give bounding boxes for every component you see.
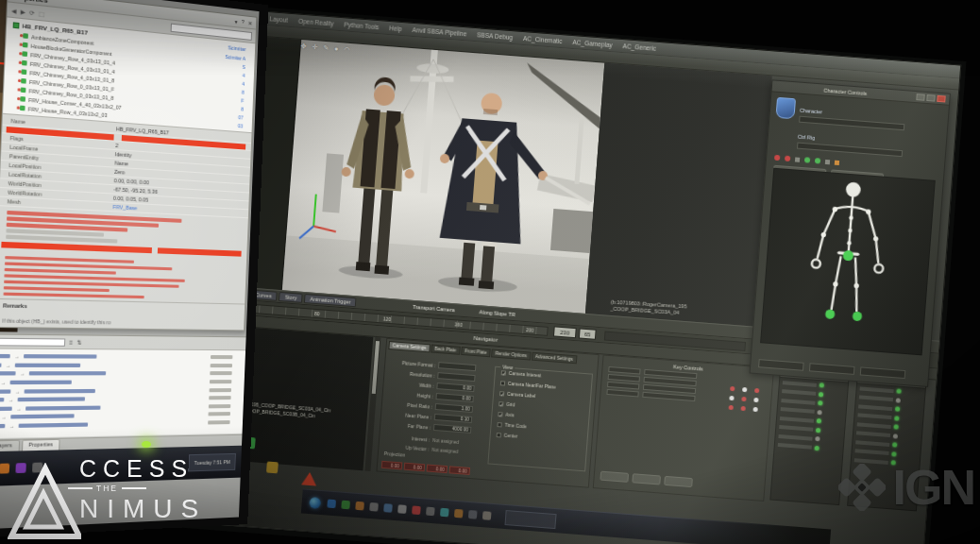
menu-item[interactable]: AC_Cinematic bbox=[523, 35, 563, 44]
camera-settings-tab[interactable]: Back Plate bbox=[431, 344, 461, 354]
red-state-icon[interactable] bbox=[785, 156, 790, 162]
take-name-label[interactable]: Along Slope TR bbox=[479, 309, 515, 317]
checkbox[interactable] bbox=[500, 381, 505, 385]
char-field[interactable] bbox=[809, 363, 855, 375]
camera-settings-tab[interactable]: Advanced Settings bbox=[532, 352, 578, 365]
menu-item[interactable]: Layout bbox=[269, 15, 288, 23]
menu-item[interactable]: AC_Gameplay bbox=[572, 39, 613, 48]
mapping-row[interactable]: → bbox=[0, 361, 245, 369]
menu-item[interactable]: SBSA Debug bbox=[477, 31, 513, 41]
group-state-dot[interactable] bbox=[815, 436, 819, 441]
right-foot-effector[interactable] bbox=[853, 312, 863, 322]
menu-item[interactable]: Help bbox=[389, 25, 402, 32]
checkbox[interactable] bbox=[499, 391, 504, 396]
taskbar-app-icon[interactable] bbox=[369, 502, 379, 512]
taskbar-app-icon[interactable] bbox=[397, 504, 407, 514]
group-state-dot[interactable] bbox=[894, 416, 899, 420]
sort-icon[interactable]: ⇅ bbox=[76, 339, 82, 346]
taskbar-app-icon[interactable] bbox=[355, 502, 364, 511]
group-state-dot[interactable] bbox=[896, 389, 901, 394]
app-icon-gold[interactable] bbox=[266, 461, 279, 473]
camera-settings-tab[interactable]: Camera Settings bbox=[388, 341, 430, 352]
group-state-dot[interactable] bbox=[893, 434, 898, 438]
viewport-tool-icon[interactable]: ✛ bbox=[312, 43, 317, 51]
perspective-viewport[interactable] bbox=[282, 40, 604, 314]
system-tray[interactable] bbox=[505, 510, 557, 529]
value-cell[interactable]: 0.00 bbox=[381, 461, 403, 470]
group-state-dot[interactable] bbox=[895, 407, 900, 412]
viewport-tool-icon[interactable]: ✥ bbox=[300, 42, 306, 50]
menu-item[interactable]: Python Tools bbox=[344, 21, 380, 30]
end-frame-field[interactable]: 65 bbox=[579, 328, 597, 339]
checkbox[interactable] bbox=[498, 401, 503, 406]
camera-viewport[interactable]: (b:10719803::RogerCamera_195 _COOP_BRIDG… bbox=[585, 63, 772, 327]
menu-item[interactable]: AC_Generic bbox=[622, 42, 656, 52]
forward-icon[interactable]: ▶ bbox=[21, 8, 25, 15]
gray-toggle[interactable] bbox=[825, 159, 830, 163]
group-state-dot[interactable] bbox=[819, 392, 823, 397]
orange-toggle[interactable] bbox=[835, 160, 839, 164]
green-state-icon[interactable] bbox=[815, 158, 820, 163]
close-icon[interactable]: ✕ bbox=[247, 19, 252, 26]
char-field[interactable] bbox=[758, 359, 804, 371]
assign-value[interactable]: Not assigned bbox=[432, 437, 459, 444]
transport-camera-label[interactable]: Transport Camera bbox=[413, 304, 455, 313]
taskbar-app-icon[interactable] bbox=[426, 507, 435, 517]
camera-settings-tab[interactable]: Front Plate bbox=[461, 347, 491, 357]
close-button[interactable] bbox=[937, 95, 946, 103]
start-button[interactable] bbox=[309, 497, 321, 509]
green-state-icon[interactable] bbox=[804, 157, 810, 162]
minimize-button[interactable] bbox=[916, 94, 925, 101]
viewport-tool-icon[interactable]: ● bbox=[334, 45, 339, 53]
viewport-tool-icon[interactable]: ◠ bbox=[344, 45, 350, 53]
group-state-dot[interactable] bbox=[891, 451, 896, 456]
value-cell[interactable]: 0.00 bbox=[404, 463, 426, 472]
menu-item[interactable]: Anvil SBSA Pipeline bbox=[412, 26, 466, 37]
warning-triangle-icon[interactable] bbox=[301, 471, 317, 485]
menu-item[interactable]: Open Reality bbox=[298, 18, 334, 27]
taskbar-app-icon[interactable] bbox=[327, 500, 336, 509]
taskbar-app-icon[interactable] bbox=[341, 501, 350, 510]
camera-settings-tab[interactable]: Render Options bbox=[491, 348, 531, 360]
gray-toggle[interactable] bbox=[795, 157, 800, 162]
checkbox[interactable] bbox=[497, 433, 501, 437]
list-icon[interactable]: ≡ bbox=[69, 339, 73, 345]
group-state-dot[interactable] bbox=[816, 428, 820, 433]
left-foot-effector[interactable] bbox=[825, 309, 836, 319]
taskbar-app-icon[interactable] bbox=[412, 505, 421, 515]
group-state-dot[interactable] bbox=[819, 382, 824, 387]
taskbar-app-icon[interactable] bbox=[383, 503, 393, 513]
checkbox[interactable] bbox=[501, 370, 506, 375]
key-button[interactable] bbox=[600, 471, 629, 483]
character-representation[interactable] bbox=[760, 168, 936, 356]
field-value-box[interactable]: 4000.00 bbox=[433, 424, 471, 434]
dropdown-icon[interactable]: ▾ bbox=[235, 18, 238, 25]
viewport-tool-icon[interactable]: ✎ bbox=[323, 44, 329, 52]
taskbar-app-icon[interactable] bbox=[482, 511, 492, 520]
taskbar-app-icon[interactable] bbox=[440, 508, 449, 518]
pin-icon[interactable]: ⬚ bbox=[39, 9, 44, 17]
taskbar-app-icon[interactable] bbox=[468, 510, 478, 519]
current-frame-field[interactable]: 230 bbox=[553, 326, 577, 338]
value-cell[interactable]: 0.00 bbox=[427, 464, 448, 473]
help-icon[interactable]: ? bbox=[241, 19, 244, 25]
zero-button[interactable] bbox=[632, 473, 661, 484]
group-state-dot[interactable] bbox=[817, 418, 821, 423]
group-state-dot[interactable] bbox=[818, 400, 822, 405]
assign-value[interactable]: Not assigned bbox=[431, 447, 458, 453]
maximize-button[interactable] bbox=[926, 94, 936, 102]
red-state-icon[interactable] bbox=[774, 155, 780, 161]
checkbox[interactable] bbox=[498, 412, 502, 416]
refresh-icon[interactable]: ⟳ bbox=[29, 8, 35, 16]
group-state-dot[interactable] bbox=[896, 398, 901, 402]
group-state-dot[interactable] bbox=[815, 446, 819, 450]
back-icon[interactable]: ◀ bbox=[11, 7, 16, 14]
group-state-dot[interactable] bbox=[892, 443, 897, 448]
group-state-dot[interactable] bbox=[893, 425, 898, 430]
checkbox[interactable] bbox=[497, 422, 501, 427]
navigator-tab[interactable]: Story bbox=[279, 292, 303, 303]
flat-button[interactable] bbox=[664, 476, 693, 487]
group-state-dot[interactable] bbox=[817, 410, 821, 415]
filter-input[interactable] bbox=[0, 337, 65, 346]
taskbar-app-icon[interactable] bbox=[454, 509, 464, 518]
